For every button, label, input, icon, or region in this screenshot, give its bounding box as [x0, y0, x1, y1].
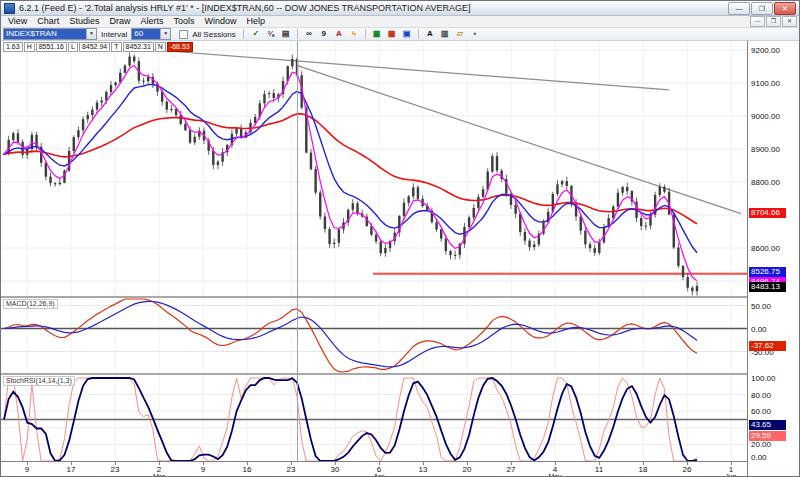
symbol-input[interactable]: INDEX$TRAN — [4, 29, 86, 39]
interval-input[interactable]: 60 — [132, 29, 160, 39]
quote-value: 1.63 — [3, 42, 23, 52]
time-axis-label: 27 — [507, 465, 516, 474]
quote-value: L — [68, 42, 78, 52]
crosshair-vertical-line[interactable] — [297, 41, 298, 461]
stoch-pane-label: StochRSI(14,14,(1,3) — [3, 376, 75, 386]
price-axis-label: 9000.00 — [751, 112, 780, 121]
volume-columns-icon[interactable]: ▥ — [438, 28, 452, 40]
quote-value: 8452.94 — [79, 42, 110, 52]
close-button[interactable]: ✕ — [774, 2, 796, 15]
macd-axis-label: 50.00 — [751, 302, 771, 311]
price-pane-chart[interactable] — [1, 41, 747, 296]
time-axis-month-label: Apr — [374, 473, 385, 477]
price-value-box: 8526.75 — [749, 267, 786, 277]
quote-value: T — [111, 42, 121, 52]
all-sessions-checkbox[interactable] — [179, 30, 188, 39]
menu-bar: ViewChartStudiesDrawAlertsToolsWindowHel… — [1, 16, 799, 28]
toolbar-separator — [297, 29, 298, 39]
price-value-box: 8483.13 — [749, 282, 786, 292]
menu-item-window[interactable]: Window — [199, 16, 241, 27]
app-window: 6.2.1 (Feed E) - '2.Total analysis HRLY … — [0, 0, 800, 477]
menu-items: ViewChartStudiesDrawAlertsToolsWindowHel… — [3, 16, 270, 27]
title-bar[interactable]: 6.2.1 (Feed E) - '2.Total analysis HRLY … — [1, 1, 799, 16]
time-axis-label: 26 — [683, 465, 692, 474]
single-quote-icon[interactable]: 9 — [317, 28, 331, 40]
stoch-axis-label: 60.00 — [751, 407, 771, 416]
price-axis-label: 8800.00 — [751, 178, 780, 187]
child-restore-button[interactable]: ❐ — [766, 16, 781, 27]
minimize-button[interactable]: — — [728, 2, 750, 15]
chart-style-icon[interactable]: ▤ — [279, 28, 293, 40]
quote-value: 8452.31 — [123, 42, 154, 52]
toolbar-separator — [418, 29, 419, 39]
stoch-value-box: 43.65 — [749, 420, 786, 430]
chevron-down-icon[interactable]: ▼ — [86, 29, 96, 39]
text-tool-icon[interactable]: A — [423, 28, 437, 40]
price-axis-column[interactable]: 9200.009100.009000.008900.008800.008600.… — [747, 41, 800, 477]
plot-column: 917232Mar91623306Apr1320274May1118261Jun — [1, 41, 747, 477]
chevron-down-icon[interactable]: ▼ — [160, 29, 170, 39]
time-axis: 917232Mar91623306Apr1320274May1118261Jun — [1, 461, 747, 477]
quote-value: H — [24, 42, 35, 52]
macd-value-box: -37.62 — [749, 341, 786, 351]
macd-axis-label: 0.00 — [751, 325, 767, 334]
price-value-box: 8704.66 — [749, 208, 786, 218]
time-axis-label: 20 — [463, 465, 472, 474]
time-axis-label: 13 — [419, 465, 428, 474]
hot-function-icon[interactable]: ϟ — [347, 28, 361, 40]
macd-pane-chart[interactable] — [1, 298, 747, 373]
child-minimize-button[interactable]: — — [750, 16, 765, 27]
alert-list-icon[interactable]: A — [332, 28, 346, 40]
menu-item-chart[interactable]: Chart — [32, 16, 64, 27]
stoch-pane-chart[interactable] — [1, 375, 747, 461]
menu-item-alerts[interactable]: Alerts — [135, 16, 168, 27]
tool-bar: INDEX$TRAN ▼ Interval 60 ▼ All Sessions … — [1, 28, 799, 41]
quote-header-row: 1.63H8551.16L8452.94T8452.31N-68.53 — [3, 42, 193, 52]
toolbar-separator — [365, 29, 366, 39]
price-axis-label: 8600.00 — [751, 244, 780, 253]
time-axis-label: 16 — [243, 465, 252, 474]
maximize-button[interactable]: ❐ — [751, 2, 773, 15]
time-axis-label: 23 — [287, 465, 296, 474]
interval-label: Interval — [99, 30, 129, 39]
menu-item-studies[interactable]: Studies — [64, 16, 104, 27]
save-layout-icon[interactable]: ▪ — [468, 28, 482, 40]
symbol-combobox[interactable]: INDEX$TRAN ▼ — [3, 28, 97, 40]
net-change-value: -68.53 — [167, 42, 193, 52]
menu-item-help[interactable]: Help — [241, 16, 270, 27]
time-axis-label: 9 — [25, 465, 29, 474]
time-template-icon[interactable]: ⅛ — [264, 28, 278, 40]
watch-list-icon[interactable]: ▦ — [370, 28, 384, 40]
menu-item-tools[interactable]: Tools — [168, 16, 199, 27]
quote-value: 8551.16 — [36, 42, 67, 52]
menu-item-view[interactable]: View — [3, 16, 32, 27]
window-controls: —❐✕ — [728, 2, 796, 15]
price-axis-label: 8900.00 — [751, 145, 780, 154]
time-axis-label: 9 — [201, 465, 205, 474]
interval-combobox[interactable]: 60 ▼ — [131, 28, 171, 40]
price-axis-label: 9200.00 — [751, 46, 780, 55]
market-depth-icon[interactable]: ▦ — [385, 28, 399, 40]
chart-area: 917232Mar91623306Apr1320274May1118261Jun… — [1, 41, 800, 477]
child-window-controls: —❐✕ — [749, 16, 797, 27]
time-axis-label: 17 — [67, 465, 76, 474]
all-sessions-label: All Sessions — [190, 30, 238, 39]
cursor-tool-icon[interactable]: ✓ — [249, 28, 263, 40]
open-layout-icon[interactable]: ▱ — [453, 28, 467, 40]
toolbar-icons: ✓⅛▤∞9Aϟ▦▦▣A▥▱▪ — [249, 28, 482, 40]
quote-value: N — [155, 42, 166, 52]
quote-window-icon[interactable]: ∞ — [302, 28, 316, 40]
time-axis-month-label: Mar — [153, 473, 165, 477]
stoch-axis-label: 0.00 — [751, 453, 767, 462]
time-axis-month-label: May — [548, 473, 561, 477]
stoch-value-box: 29.59 — [749, 431, 786, 441]
detail-window-icon[interactable]: ▣ — [400, 28, 414, 40]
macd-pane-label: MACD(12,26,9) — [3, 299, 58, 309]
window-title: 6.2.1 (Feed E) - '2.Total analysis HRLY … — [19, 3, 728, 13]
stoch-axis-label: 100.00 — [751, 374, 775, 383]
time-axis-label: 30 — [331, 465, 340, 474]
time-axis-label: 11 — [595, 465, 603, 474]
menu-item-draw[interactable]: Draw — [104, 16, 135, 27]
time-axis-month-label: Jun — [725, 473, 736, 477]
child-close-button[interactable]: ✕ — [782, 16, 797, 27]
